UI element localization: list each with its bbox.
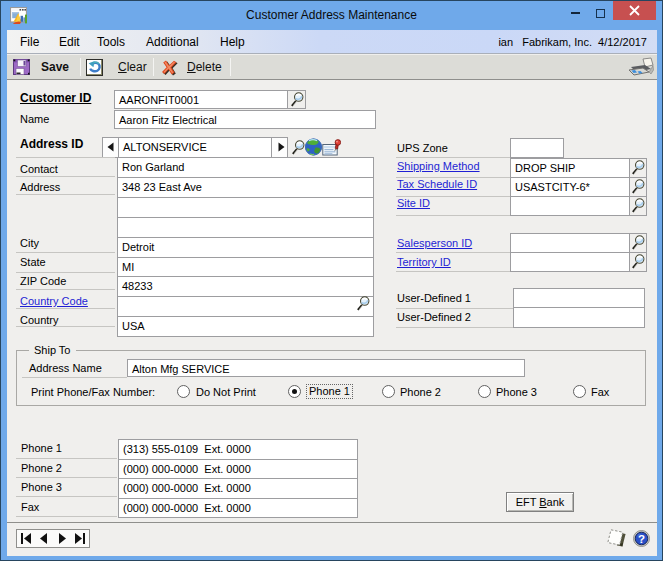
svg-text:?: ? xyxy=(638,533,645,545)
